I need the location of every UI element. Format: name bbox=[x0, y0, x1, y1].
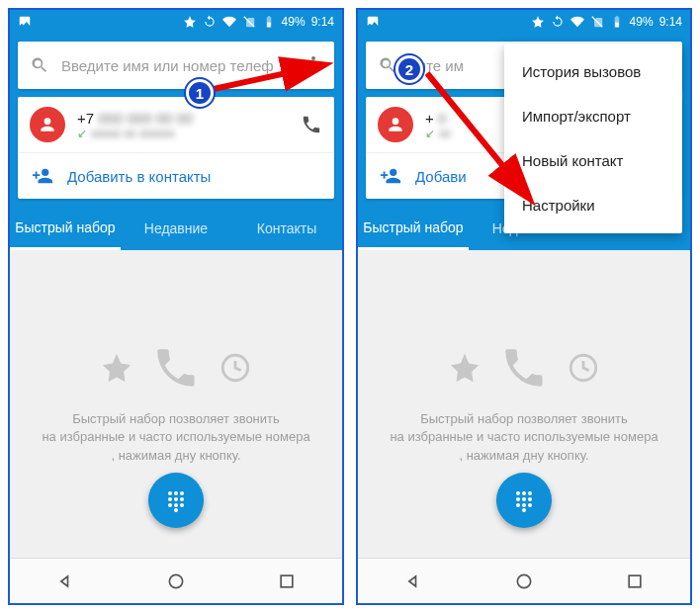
add-to-contacts-label: Добави bbox=[415, 168, 467, 185]
tabs: Быстрый набор Недавние Контакты bbox=[10, 207, 342, 250]
svg-point-12 bbox=[169, 574, 182, 587]
call-icon[interactable] bbox=[301, 114, 322, 135]
empty-line1: Быстрый набор позволяет звонить bbox=[42, 410, 309, 428]
clock-outline-icon bbox=[567, 351, 600, 385]
empty-line3: , нажимая дну кнопку. bbox=[42, 447, 309, 465]
tab-recent[interactable]: Недавние bbox=[121, 207, 231, 250]
call-meta-blurred: xxxxx xx xxxxxx bbox=[91, 127, 175, 140]
empty-state-icons bbox=[100, 343, 252, 393]
svg-point-3 bbox=[174, 491, 178, 495]
incoming-arrow-icon: ↙ bbox=[77, 127, 87, 140]
overflow-menu: История вызовов Импорт/экспорт Новый кон… bbox=[504, 44, 682, 233]
nav-home-icon[interactable] bbox=[514, 571, 534, 591]
nav-back-icon[interactable] bbox=[55, 571, 75, 591]
menu-import-export[interactable]: Импорт/экспорт bbox=[504, 94, 682, 138]
phone-blurred: 0 bbox=[438, 110, 446, 127]
tab-speed-dial[interactable]: Быстрый набор bbox=[10, 207, 121, 250]
search-icon bbox=[378, 55, 397, 75]
add-contact-icon bbox=[32, 165, 53, 187]
svg-point-5 bbox=[168, 497, 172, 501]
svg-point-19 bbox=[528, 491, 532, 495]
svg-point-24 bbox=[522, 503, 526, 507]
svg-point-2 bbox=[168, 491, 172, 495]
contact-avatar bbox=[30, 107, 65, 142]
dialpad-fab[interactable] bbox=[148, 473, 204, 528]
phone-prefix: + bbox=[425, 110, 434, 127]
contact-avatar bbox=[378, 107, 413, 142]
sync-icon bbox=[203, 15, 217, 29]
wifi-icon bbox=[222, 15, 236, 29]
overflow-menu-button[interactable] bbox=[305, 56, 322, 74]
empty-state: Быстрый набор позволяет звонить на избра… bbox=[358, 250, 690, 558]
nav-home-icon[interactable] bbox=[166, 571, 186, 591]
svg-rect-13 bbox=[281, 575, 293, 587]
status-bar: 49% 9:14 bbox=[10, 10, 342, 34]
tab-speed-dial[interactable]: Быстрый набор bbox=[358, 207, 469, 250]
svg-rect-0 bbox=[267, 23, 271, 28]
phone-right: 49% 9:14 дите им + 0 ↙ xx Добави Быстрый… bbox=[356, 8, 692, 605]
status-bar: 49% 9:14 bbox=[358, 10, 690, 34]
star-outline-icon bbox=[448, 351, 481, 385]
svg-point-11 bbox=[174, 508, 178, 512]
svg-point-25 bbox=[528, 503, 532, 507]
svg-point-7 bbox=[180, 497, 184, 501]
empty-line3: , нажимая дну кнопку. bbox=[390, 447, 657, 465]
add-to-contacts-button[interactable]: Добавить в контакты bbox=[18, 152, 334, 199]
phone-large-icon bbox=[151, 343, 201, 393]
empty-line1: Быстрый набор позволяет звонить bbox=[390, 410, 657, 428]
add-to-contacts-label: Добавить в контакты bbox=[67, 168, 211, 185]
dialpad-fab[interactable] bbox=[496, 473, 552, 528]
phone-large-icon bbox=[499, 343, 549, 393]
image-icon bbox=[366, 15, 380, 29]
svg-point-27 bbox=[517, 574, 530, 587]
annotation-badge-2: 2 bbox=[395, 55, 423, 83]
nav-back-icon[interactable] bbox=[403, 571, 423, 591]
clock-outline-icon bbox=[219, 351, 252, 385]
sync-icon bbox=[551, 15, 565, 29]
empty-line2: на избранные и часто используемые номера bbox=[42, 428, 309, 446]
svg-point-8 bbox=[168, 503, 172, 507]
svg-point-23 bbox=[516, 503, 520, 507]
svg-point-17 bbox=[516, 491, 520, 495]
svg-point-20 bbox=[516, 497, 520, 501]
wifi-icon bbox=[570, 15, 584, 29]
dialpad-icon bbox=[164, 488, 188, 512]
add-contact-icon bbox=[380, 165, 401, 187]
svg-rect-28 bbox=[629, 575, 641, 587]
call-meta-blurred: xx bbox=[439, 127, 451, 140]
star-outline-icon bbox=[100, 351, 133, 385]
svg-point-4 bbox=[180, 491, 184, 495]
star-icon bbox=[183, 15, 197, 29]
menu-settings[interactable]: Настройки bbox=[504, 183, 682, 227]
empty-state-text: Быстрый набор позволяет звонить на избра… bbox=[42, 410, 309, 465]
dialpad-icon bbox=[512, 488, 536, 512]
battery-percent: 49% bbox=[630, 15, 654, 29]
empty-line2: на избранные и часто используемые номера bbox=[390, 428, 657, 446]
clock: 9:14 bbox=[311, 15, 334, 29]
nav-bar bbox=[10, 558, 342, 603]
search-input[interactable] bbox=[61, 57, 293, 74]
menu-new-contact[interactable]: Новый контакт bbox=[504, 138, 682, 183]
svg-point-21 bbox=[522, 497, 526, 501]
annotation-badge-1: 1 bbox=[186, 79, 214, 107]
tab-contacts[interactable]: Контакты bbox=[231, 207, 342, 250]
empty-state-icons bbox=[448, 343, 600, 393]
battery-icon bbox=[610, 15, 624, 29]
nav-recents-icon[interactable] bbox=[277, 571, 297, 591]
recent-call-row[interactable]: +7 000 000 00 00 ↙ xxxxx xx xxxxxx bbox=[18, 97, 334, 152]
recent-call-info: +7 000 000 00 00 ↙ xxxxx xx xxxxxx bbox=[77, 110, 289, 140]
no-sim-icon bbox=[242, 15, 256, 29]
svg-rect-15 bbox=[615, 23, 619, 28]
svg-point-26 bbox=[522, 508, 526, 512]
menu-call-history[interactable]: История вызовов bbox=[504, 49, 682, 94]
search-icon bbox=[30, 55, 49, 75]
nav-recents-icon[interactable] bbox=[625, 571, 645, 591]
phone-blurred: 000 000 00 00 bbox=[98, 110, 193, 127]
svg-point-18 bbox=[522, 491, 526, 495]
search-bar[interactable] bbox=[18, 42, 334, 89]
clock: 9:14 bbox=[659, 15, 682, 29]
svg-point-22 bbox=[528, 497, 532, 501]
image-icon bbox=[18, 15, 32, 29]
battery-percent: 49% bbox=[282, 15, 306, 29]
phone-left: 49% 9:14 +7 000 000 00 00 ↙ xxxxx xx xxx… bbox=[8, 8, 344, 605]
